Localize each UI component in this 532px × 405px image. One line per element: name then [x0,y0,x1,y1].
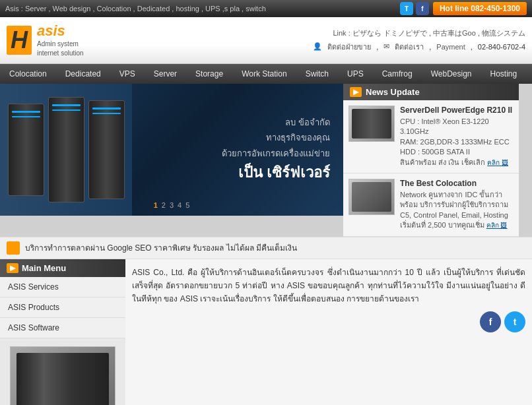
top-bar: Asis : Server , Web design , Colocation … [0,0,532,17]
nav-storage[interactable]: Storage [186,64,232,84]
sidebar-item-software[interactable]: ASIS Software [0,318,125,338]
hero-line2: ทางธุรกิจของคุณ [222,131,330,146]
nav-server[interactable]: Server [145,64,186,84]
sidebar-arrow-icon: ▶ [7,263,18,273]
facebook-button[interactable]: f [480,311,501,332]
news-thumb-1 [349,106,395,142]
hero-news-area: ลบ ข้อจำกัด ทางธุรกิจของคุณ ด้วยการอัพเก… [0,84,532,237]
ticker-text: บริการทำการตลาดผ่าน Google SEO ราคาพิเศษ… [25,241,297,254]
news-arrow-icon: ▶ [350,87,362,97]
news-header: ▶ News Update [343,84,519,100]
logo-sub1: Admin system [37,40,84,49]
hero-line3: ด้วยการอัพเกรดเครื่องแม่ข่าย [222,146,330,161]
sidebar-header: ▶ Main Menu [0,259,125,277]
hero-dot-1[interactable]: 1 [154,201,158,209]
sidebar-item-services[interactable]: ASIS Services [0,277,125,297]
separator3: , [471,43,473,51]
ticker-icon [7,241,20,255]
logo: H asis Admin system internet solution [7,22,84,58]
server-unit-3 [88,100,125,199]
payment-link[interactable]: Payment [436,43,465,51]
server-unit-2 [48,97,84,202]
nav: Colocation Dedicated VPS Server Storage … [0,64,532,84]
news-thumb-server-2 [352,182,391,212]
about-text: ASIS Co., Ltd. คือ ผู้ให้บริการด้านอินเต… [132,266,525,306]
nav-webdesign[interactable]: WebDesign [422,64,481,84]
sidebar-server-thumb-area [0,338,125,405]
logo-h: H [11,26,28,53]
news-item-2: The Best Colocation Network คูนทางจาก ID… [343,173,519,237]
news-content-1: ServerDell PowerEdge R210 II CPU : Intel… [400,106,514,168]
link3[interactable]: 物流システム [482,29,525,37]
link1[interactable]: ピザなら ドミノピザで [352,29,427,37]
twitter-icon[interactable]: T [400,2,413,15]
separator2: , [429,43,431,51]
header-right: Link : ピザなら ドミノピザで , 中古車はGoo , 物流システム 👤 … [313,28,525,53]
news-more-1[interactable]: คลิก 🖼 [487,159,508,166]
header-contact: 👤 ติดต่อฝ่ายขาย , ✉ ติดต่อเรา , Payment … [313,41,525,53]
social-bottom: f t [132,311,525,332]
phone-number: 02-840-6702-4 [478,43,525,51]
news-more-2[interactable]: คลิก 🖼 [486,222,508,229]
nav-hosting[interactable]: Hosting [481,64,526,84]
facebook-icon[interactable]: f [416,2,429,15]
separator1: , [376,43,378,51]
sidebar-server-img [17,353,109,405]
nav-vps[interactable]: VPS [110,64,145,84]
hero-dot-2[interactable]: 2 [162,201,166,209]
logo-text-area: asis Admin system internet solution [37,22,84,58]
contact-person-icon: 👤 [313,42,322,51]
news-title-2: The Best Colocation [400,179,514,188]
hero-slider: ลบ ข้อจำกัด ทางธุรกิจของคุณ ด้วยการอัพเก… [0,84,343,216]
nav-dedicated[interactable]: Dedicated [56,64,110,84]
sidebar: ▶ Main Menu ASIS Services ASIS Products … [0,259,125,405]
hero-dot-3[interactable]: 3 [170,201,174,209]
hero-text: ลบ ข้อจำกัด ทางธุรกิจของคุณ ด้วยการอัพเก… [222,115,330,184]
news-item-1: ServerDell PowerEdge R210 II CPU : Intel… [343,100,519,173]
sidebar-title: Main Menu [22,263,66,273]
header: H asis Admin system internet solution Li… [0,17,532,64]
nav-camfrog[interactable]: Camfrog [373,64,422,84]
nav-workstation[interactable]: Work Station [232,64,296,84]
link-label: Link : [333,29,350,37]
contact1-link[interactable]: ติดต่อฝ่ายขาย [327,41,371,53]
logo-asis: asis [37,22,84,40]
link2[interactable]: 中古車はGoo [433,29,476,37]
nav-switch[interactable]: Switch [296,64,338,84]
main-content: ASIS Co., Ltd. คือ ผู้ให้บริการด้านอินเต… [125,259,532,405]
ticker-bar: บริการทำการตลาดผ่าน Google SEO ราคาพิเศษ… [0,237,532,259]
news-section: ▶ News Update ServerDell PowerEdge R210 … [343,84,519,237]
news-thumb-server-1 [352,109,391,139]
top-bar-right: T f Hot line 082-450-1300 [400,2,527,15]
logo-box: H [7,26,32,55]
contact2-link[interactable]: ติดต่อเรา [395,41,424,53]
nav-ups[interactable]: UPS [338,64,373,84]
news-content-2: The Best Colocation Network คูนทางจาก ID… [400,179,514,231]
top-bar-text: Asis : Server , Web design , Colocation … [5,5,266,13]
news-desc-1: CPU : Intel® Xeon E3-1220 3.10GHzRAM: 2G… [400,117,514,168]
hero-dot-5[interactable]: 5 [185,201,189,209]
news-desc-2: Network คูนทางจาก IDC ขั้นกว่า พร้อม บริ… [400,190,514,231]
hero-line1: ลบ ข้อจำกัด [222,115,330,130]
sidebar-thumb [10,346,116,405]
server-unit-1 [8,104,44,196]
content-area: ▶ Main Menu ASIS Services ASIS Products … [0,259,532,405]
social-icons: T f [400,2,429,15]
hero-line4: เป็น เซิร์ฟเวอร์ [222,162,330,185]
header-links: Link : ピザなら ドミノピザで , 中古車はGoo , 物流システム [313,28,525,38]
news-title: News Update [366,87,420,97]
logo-sub2: internet solution [37,49,84,58]
nav-colocation[interactable]: Colocation [0,64,56,84]
hero-dot-4[interactable]: 4 [178,201,182,209]
hero-dots: 1 2 3 4 5 [154,201,190,209]
news-title-1: ServerDell PowerEdge R210 II [400,106,514,115]
hero-servers [0,84,132,216]
mail-icon: ✉ [383,42,389,51]
news-thumb-2 [349,179,395,215]
sidebar-item-products[interactable]: ASIS Products [0,297,125,318]
hotline-button[interactable]: Hot line 082-450-1300 [433,2,527,15]
twitter-button[interactable]: t [504,311,525,332]
